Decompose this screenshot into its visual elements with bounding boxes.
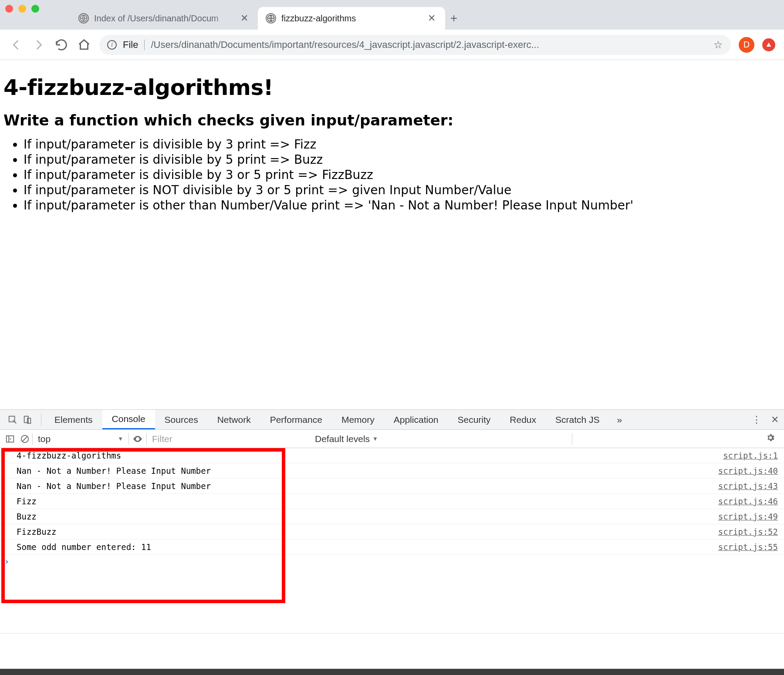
extension-badge[interactable]	[762, 38, 775, 51]
window-controls	[5, 0, 71, 30]
device-mode-icon[interactable]	[20, 412, 35, 427]
page-subheading: Write a function which checks given inpu…	[3, 111, 781, 129]
url-path: /Users/dinanath/Documents/important/reso…	[151, 39, 707, 51]
window-zoom-dot[interactable]	[31, 5, 39, 13]
log-source-link[interactable]: script.js:40	[718, 466, 778, 476]
list-item: If input/parameter is divisible by 3 pri…	[24, 137, 781, 152]
console-toolbar: top ▼ Filter Default levels ▼	[0, 430, 784, 448]
log-message: Some odd number entered: 11	[17, 542, 151, 552]
console-sidebar-toggle-icon[interactable]	[3, 432, 17, 446]
devtools-menu-icon[interactable]: ⋮	[747, 414, 766, 425]
address-bar[interactable]: i File /Users/dinanath/Documents/importa…	[99, 35, 731, 55]
globe-icon	[78, 13, 89, 24]
log-message: FizzBuzz	[17, 527, 57, 537]
devtools-tab-redux[interactable]: Redux	[500, 410, 546, 429]
browser-toolbar: i File /Users/dinanath/Documents/importa…	[0, 30, 784, 60]
log-message: 4-fizzbuzz-algorithms	[17, 451, 121, 460]
log-message: Nan - Not a Number! Please Input Number	[17, 466, 211, 476]
separator	[144, 40, 145, 50]
log-source-link[interactable]: script.js:49	[718, 512, 778, 521]
log-message: Fizz	[17, 496, 37, 506]
log-source-link[interactable]: script.js:46	[718, 496, 778, 506]
site-info-icon[interactable]: i	[107, 40, 117, 50]
levels-label: Default levels	[315, 434, 370, 444]
log-source-link[interactable]: script.js:43	[718, 481, 778, 491]
devtools-tab-console[interactable]: Console	[102, 410, 155, 429]
chevron-down-icon: ▼	[118, 435, 123, 442]
log-message: Buzz	[17, 512, 37, 521]
devtools-tabs-overflow[interactable]: »	[609, 410, 630, 429]
console-log-row: Buzzscript.js:49	[0, 509, 784, 524]
console-prompt[interactable]: ›	[0, 555, 784, 568]
console-log-row: Nan - Not a Number! Please Input Numbers…	[0, 463, 784, 479]
window-minimize-dot[interactable]	[18, 5, 26, 13]
home-button[interactable]	[77, 37, 91, 52]
clear-console-icon[interactable]	[17, 432, 32, 446]
console-context-selector[interactable]: top ▼	[33, 434, 128, 444]
separator	[41, 413, 41, 426]
devtools-drawer	[0, 633, 784, 669]
devtools-close-icon[interactable]: ✕	[766, 414, 784, 425]
console-filter-input[interactable]: Filter	[147, 434, 308, 444]
window-close-dot[interactable]	[5, 5, 13, 13]
log-source-link[interactable]: script.js:52	[718, 527, 778, 537]
requirements-list: If input/parameter is divisible by 3 pri…	[24, 137, 781, 213]
list-item: If input/parameter is divisible by 5 pri…	[24, 152, 781, 167]
browser-tab-active[interactable]: fizzbuzz-algorithms ✕	[258, 7, 445, 30]
reload-button[interactable]	[54, 37, 69, 52]
page-content: 4-fizzbuzz-algorithms! Write a function …	[0, 60, 784, 409]
console-log-row: 4-fizzbuzz-algorithmsscript.js:1	[0, 448, 784, 463]
new-tab-button[interactable]: +	[445, 7, 463, 30]
statusbar	[0, 669, 784, 675]
devtools-tab-application[interactable]: Application	[384, 410, 448, 429]
devtools-tab-performance[interactable]: Performance	[260, 410, 332, 429]
browser-tabstrip: Index of /Users/dinanath/Docum ✕ fizzbuz…	[0, 0, 784, 30]
console-settings-icon[interactable]	[760, 433, 781, 445]
log-levels-selector[interactable]: Default levels ▼	[308, 434, 385, 444]
close-icon[interactable]: ✕	[426, 13, 437, 24]
devtools-panel: Elements Console Sources Network Perform…	[0, 409, 784, 675]
log-message: Nan - Not a Number! Please Input Number	[17, 481, 211, 491]
chevron-down-icon: ▼	[372, 435, 378, 442]
close-icon[interactable]: ✕	[239, 13, 250, 24]
log-source-link[interactable]: script.js:55	[718, 542, 778, 552]
console-log-row: Fizzscript.js:46	[0, 494, 784, 509]
tab-title: fizzbuzz-algorithms	[281, 14, 421, 24]
back-button[interactable]	[9, 37, 24, 52]
console-log-row: Nan - Not a Number! Please Input Numbers…	[0, 479, 784, 494]
devtools-tab-security[interactable]: Security	[448, 410, 500, 429]
separator	[572, 433, 572, 445]
devtools-tab-memory[interactable]: Memory	[332, 410, 384, 429]
console-output: 4-fizzbuzz-algorithmsscript.js:1 Nan - N…	[0, 448, 784, 633]
avatar-letter: D	[743, 40, 750, 50]
console-log-row: FizzBuzzscript.js:52	[0, 524, 784, 540]
console-log-row: Some odd number entered: 11script.js:55	[0, 540, 784, 555]
devtools-tab-scratchjs[interactable]: Scratch JS	[546, 410, 609, 429]
devtools-tabbar: Elements Console Sources Network Perform…	[0, 410, 784, 430]
globe-icon	[266, 13, 276, 24]
page-heading: 4-fizzbuzz-algorithms!	[3, 75, 781, 100]
devtools-tab-sources[interactable]: Sources	[155, 410, 208, 429]
profile-avatar[interactable]: D	[739, 37, 754, 53]
list-item: If input/parameter is NOT divisible by 3…	[24, 182, 781, 198]
inspect-element-icon[interactable]	[5, 412, 20, 427]
browser-tab-inactive[interactable]: Index of /Users/dinanath/Docum ✕	[71, 7, 258, 30]
context-label: top	[38, 434, 51, 444]
list-item: If input/parameter is divisible by 3 or …	[24, 167, 781, 182]
url-scheme-label: File	[123, 39, 138, 51]
devtools-tab-network[interactable]: Network	[208, 410, 260, 429]
log-source-link[interactable]: script.js:1	[723, 451, 778, 460]
tab-title: Index of /Users/dinanath/Docum	[94, 14, 233, 24]
devtools-tab-elements[interactable]: Elements	[45, 410, 102, 429]
forward-button[interactable]	[31, 37, 46, 52]
bookmark-star-icon[interactable]: ☆	[713, 39, 723, 51]
filter-placeholder: Filter	[152, 434, 172, 444]
list-item: If input/parameter is other than Number/…	[24, 198, 781, 213]
live-expression-icon[interactable]	[129, 434, 146, 444]
